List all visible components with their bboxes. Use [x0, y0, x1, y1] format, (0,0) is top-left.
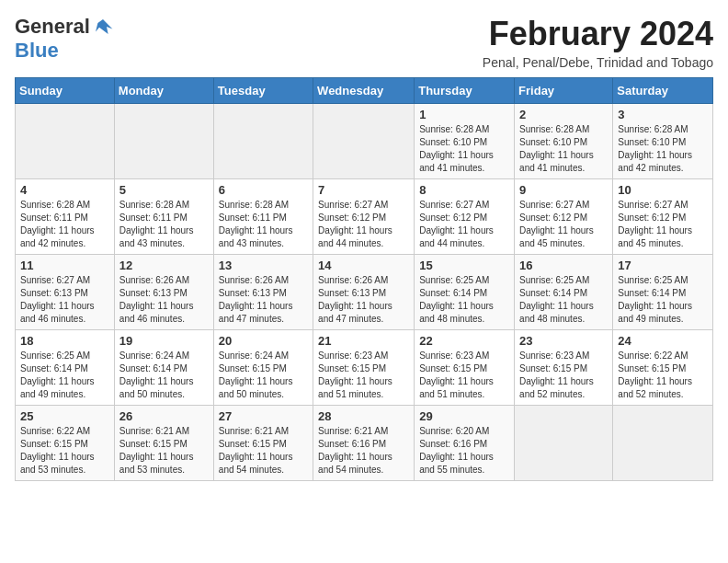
weekday-header-thursday: Thursday [415, 78, 515, 104]
logo-bird-icon [92, 16, 114, 38]
day-info: Sunrise: 6:27 AM Sunset: 6:12 PM Dayligh… [519, 199, 608, 250]
day-number: 21 [318, 334, 409, 348]
day-info: Sunrise: 6:25 AM Sunset: 6:14 PM Dayligh… [618, 274, 708, 326]
logo: General Blue [15, 15, 114, 63]
day-info: Sunrise: 6:28 AM Sunset: 6:10 PM Dayligh… [419, 123, 509, 175]
day-number: 7 [318, 183, 409, 197]
calendar-cell: 7Sunrise: 6:27 AM Sunset: 6:12 PM Daylig… [313, 179, 415, 255]
day-number: 3 [618, 108, 708, 121]
logo-blue-text: Blue [15, 39, 59, 63]
calendar-cell: 24Sunrise: 6:22 AM Sunset: 6:15 PM Dayli… [613, 330, 713, 406]
calendar-cell: 28Sunrise: 6:21 AM Sunset: 6:16 PM Dayli… [313, 406, 415, 481]
calendar-cell: 14Sunrise: 6:26 AM Sunset: 6:13 PM Dayli… [313, 255, 415, 330]
calendar-cell: 5Sunrise: 6:28 AM Sunset: 6:11 PM Daylig… [114, 179, 213, 255]
calendar-cell [16, 104, 115, 179]
day-info: Sunrise: 6:28 AM Sunset: 6:11 PM Dayligh… [119, 199, 209, 250]
calendar-cell [313, 104, 415, 179]
weekday-header-friday: Friday [515, 78, 613, 104]
day-info: Sunrise: 6:20 AM Sunset: 6:16 PM Dayligh… [419, 425, 509, 477]
calendar-week-row: 18Sunrise: 6:25 AM Sunset: 6:14 PM Dayli… [16, 330, 713, 406]
calendar-cell: 25Sunrise: 6:22 AM Sunset: 6:15 PM Dayli… [16, 406, 115, 481]
day-number: 25 [20, 409, 109, 423]
day-number: 18 [20, 334, 109, 348]
calendar-week-row: 11Sunrise: 6:27 AM Sunset: 6:13 PM Dayli… [16, 255, 713, 330]
calendar-cell: 15Sunrise: 6:25 AM Sunset: 6:14 PM Dayli… [415, 255, 515, 330]
calendar-cell: 27Sunrise: 6:21 AM Sunset: 6:15 PM Dayli… [213, 406, 313, 481]
day-number: 11 [20, 259, 109, 272]
day-number: 19 [119, 334, 209, 348]
weekday-header-wednesday: Wednesday [313, 78, 415, 104]
day-info: Sunrise: 6:21 AM Sunset: 6:16 PM Dayligh… [318, 425, 409, 477]
day-number: 6 [219, 183, 308, 197]
calendar-cell: 23Sunrise: 6:23 AM Sunset: 6:15 PM Dayli… [515, 330, 613, 406]
calendar-cell: 21Sunrise: 6:23 AM Sunset: 6:15 PM Dayli… [313, 330, 415, 406]
day-number: 9 [519, 183, 608, 197]
day-number: 10 [618, 183, 708, 197]
day-info: Sunrise: 6:27 AM Sunset: 6:12 PM Dayligh… [618, 199, 708, 250]
day-info: Sunrise: 6:21 AM Sunset: 6:15 PM Dayligh… [219, 425, 308, 477]
day-number: 12 [119, 259, 209, 272]
calendar-cell: 4Sunrise: 6:28 AM Sunset: 6:11 PM Daylig… [16, 179, 115, 255]
calendar-cell: 19Sunrise: 6:24 AM Sunset: 6:14 PM Dayli… [114, 330, 213, 406]
day-number: 2 [519, 108, 608, 121]
day-number: 1 [419, 108, 509, 121]
day-info: Sunrise: 6:28 AM Sunset: 6:10 PM Dayligh… [519, 123, 608, 175]
calendar-cell: 1Sunrise: 6:28 AM Sunset: 6:10 PM Daylig… [415, 104, 515, 179]
title-area: February 2024 Penal, Penal/Debe, Trinida… [483, 15, 713, 70]
day-number: 15 [419, 259, 509, 272]
weekday-header-row: SundayMondayTuesdayWednesdayThursdayFrid… [16, 78, 713, 104]
day-info: Sunrise: 6:22 AM Sunset: 6:15 PM Dayligh… [618, 350, 708, 401]
calendar-cell [213, 104, 313, 179]
day-number: 24 [618, 334, 708, 348]
day-number: 27 [219, 409, 308, 423]
day-info: Sunrise: 6:26 AM Sunset: 6:13 PM Dayligh… [219, 274, 308, 326]
calendar-week-row: 4Sunrise: 6:28 AM Sunset: 6:11 PM Daylig… [16, 179, 713, 255]
weekday-header-sunday: Sunday [16, 78, 115, 104]
calendar-cell: 16Sunrise: 6:25 AM Sunset: 6:14 PM Dayli… [515, 255, 613, 330]
day-number: 23 [519, 334, 608, 348]
day-number: 4 [20, 183, 109, 197]
day-number: 20 [219, 334, 308, 348]
day-info: Sunrise: 6:21 AM Sunset: 6:15 PM Dayligh… [119, 425, 209, 477]
calendar-cell: 6Sunrise: 6:28 AM Sunset: 6:11 PM Daylig… [213, 179, 313, 255]
day-info: Sunrise: 6:26 AM Sunset: 6:13 PM Dayligh… [119, 274, 209, 326]
calendar-cell: 11Sunrise: 6:27 AM Sunset: 6:13 PM Dayli… [16, 255, 115, 330]
weekday-header-monday: Monday [114, 78, 213, 104]
calendar-cell: 22Sunrise: 6:23 AM Sunset: 6:15 PM Dayli… [415, 330, 515, 406]
calendar-week-row: 25Sunrise: 6:22 AM Sunset: 6:15 PM Dayli… [16, 406, 713, 481]
day-info: Sunrise: 6:23 AM Sunset: 6:15 PM Dayligh… [419, 350, 509, 401]
calendar-cell: 8Sunrise: 6:27 AM Sunset: 6:12 PM Daylig… [415, 179, 515, 255]
day-info: Sunrise: 6:25 AM Sunset: 6:14 PM Dayligh… [419, 274, 509, 326]
day-info: Sunrise: 6:24 AM Sunset: 6:15 PM Dayligh… [219, 350, 308, 401]
day-info: Sunrise: 6:25 AM Sunset: 6:14 PM Dayligh… [519, 274, 608, 326]
weekday-header-saturday: Saturday [613, 78, 713, 104]
day-info: Sunrise: 6:27 AM Sunset: 6:13 PM Dayligh… [20, 274, 109, 326]
svg-marker-0 [96, 19, 112, 34]
calendar-cell: 3Sunrise: 6:28 AM Sunset: 6:10 PM Daylig… [613, 104, 713, 179]
day-info: Sunrise: 6:27 AM Sunset: 6:12 PM Dayligh… [419, 199, 509, 250]
day-info: Sunrise: 6:22 AM Sunset: 6:15 PM Dayligh… [20, 425, 109, 477]
day-info: Sunrise: 6:26 AM Sunset: 6:13 PM Dayligh… [318, 274, 409, 326]
calendar-cell: 10Sunrise: 6:27 AM Sunset: 6:12 PM Dayli… [613, 179, 713, 255]
calendar-cell: 12Sunrise: 6:26 AM Sunset: 6:13 PM Dayli… [114, 255, 213, 330]
month-title: February 2024 [483, 15, 713, 53]
header: General Blue February 2024 Penal, Penal/… [15, 15, 713, 70]
day-info: Sunrise: 6:23 AM Sunset: 6:15 PM Dayligh… [519, 350, 608, 401]
calendar-cell: 9Sunrise: 6:27 AM Sunset: 6:12 PM Daylig… [515, 179, 613, 255]
day-number: 16 [519, 259, 608, 272]
day-info: Sunrise: 6:27 AM Sunset: 6:12 PM Dayligh… [318, 199, 409, 250]
day-number: 28 [318, 409, 409, 423]
calendar-cell [613, 406, 713, 481]
location-subtitle: Penal, Penal/Debe, Trinidad and Tobago [483, 55, 713, 70]
day-number: 13 [219, 259, 308, 272]
day-info: Sunrise: 6:28 AM Sunset: 6:11 PM Dayligh… [20, 199, 109, 250]
calendar-table: SundayMondayTuesdayWednesdayThursdayFrid… [15, 77, 713, 481]
calendar-cell [114, 104, 213, 179]
logo-general-text: General [15, 15, 90, 39]
day-number: 29 [419, 409, 509, 423]
day-number: 22 [419, 334, 509, 348]
day-number: 8 [419, 183, 509, 197]
day-number: 14 [318, 259, 409, 272]
calendar-cell: 18Sunrise: 6:25 AM Sunset: 6:14 PM Dayli… [16, 330, 115, 406]
calendar-week-row: 1Sunrise: 6:28 AM Sunset: 6:10 PM Daylig… [16, 104, 713, 179]
